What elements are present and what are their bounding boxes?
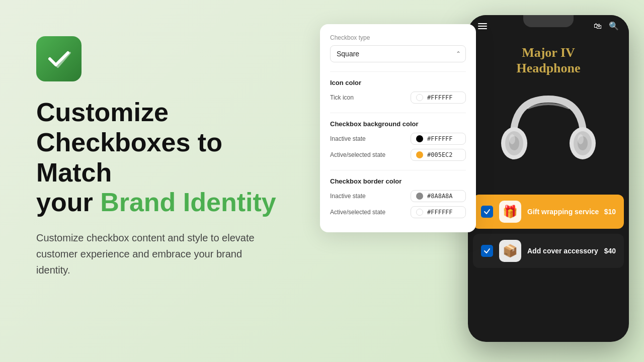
- cover-icon-box: 📦: [499, 240, 521, 262]
- bg-color-group: Checkbox background color Inactive state…: [330, 120, 466, 161]
- headphone-image: [493, 84, 604, 185]
- logo-checkmark-icon: [45, 45, 73, 73]
- phone-mockup: 🛍 🔍 Major IV Headphone: [468, 15, 629, 342]
- icon-color-title: Icon color: [330, 79, 466, 86]
- topbar-icons: 🛍 🔍: [594, 21, 619, 31]
- headline: Customize Checkboxes to Match your Brand…: [36, 98, 298, 218]
- headphone-svg: [493, 84, 604, 185]
- border-active-label: Active/selected state: [330, 209, 385, 216]
- tick-icon-dot: [416, 94, 423, 101]
- addon-gift-card: 🎁 Gift wrapping service $10: [473, 195, 624, 229]
- tick-icon-value: #FFFFFF: [427, 94, 453, 101]
- bg-active-dot: [416, 151, 423, 158]
- bg-inactive-value: #FFFFFF: [427, 135, 453, 142]
- addon-cover-card: 📦 Add cover accessory $40: [473, 234, 624, 268]
- bg-active-row: Active/selected state #005EC2: [330, 149, 466, 161]
- addon-gift-name: Gift wrapping service: [527, 208, 599, 216]
- border-active-row: Active/selected state #FFFFFF: [330, 206, 466, 218]
- border-inactive-value: #8A8A8A: [427, 193, 453, 200]
- checkbox-type-select-wrap: Square Round ⌃: [330, 45, 466, 62]
- bg-active-value: #005EC2: [427, 151, 453, 158]
- checkmark-icon-2: [484, 247, 491, 254]
- tick-icon-row: Tick icon #FFFFFF: [330, 92, 466, 104]
- gift-icon-box: 🎁: [499, 201, 521, 223]
- menu-icon[interactable]: [478, 23, 487, 29]
- addon-cover-price: $40: [604, 247, 616, 255]
- addon-cover-text: Add cover accessory $40: [527, 247, 616, 255]
- left-section: Customize Checkboxes to Match your Brand…: [36, 36, 298, 278]
- settings-panel: Checkbox type Square Round ⌃ Icon color …: [320, 24, 476, 232]
- addon-gift-text: Gift wrapping service $10: [527, 208, 616, 216]
- checkmark-icon: [484, 208, 491, 215]
- border-inactive-row: Inactive state #8A8A8A: [330, 190, 466, 202]
- border-active-value: #FFFFFF: [427, 209, 453, 216]
- border-inactive-label: Inactive state: [330, 193, 366, 200]
- divider-2: [330, 113, 466, 113]
- checkbox-type-select[interactable]: Square Round: [330, 45, 466, 62]
- icon-color-group: Icon color Tick icon #FFFFFF: [330, 79, 466, 104]
- bg-inactive-row: Inactive state #FFFFFF: [330, 133, 466, 145]
- subtext: Customize checkbox content and style to …: [36, 230, 258, 278]
- box-icon: 📦: [503, 244, 518, 258]
- divider-3: [330, 170, 466, 170]
- checkbox-type-label: Checkbox type: [330, 34, 466, 41]
- bag-icon[interactable]: 🛍: [594, 22, 602, 31]
- addon-cover-checkbox[interactable]: [481, 245, 493, 257]
- product-title: Major IV Headphone: [478, 45, 619, 76]
- bg-inactive-dot: [416, 135, 423, 142]
- border-inactive-swatch[interactable]: #8A8A8A: [411, 190, 466, 202]
- border-active-swatch[interactable]: #FFFFFF: [411, 206, 466, 218]
- border-inactive-dot: [416, 193, 423, 200]
- divider-1: [330, 71, 466, 72]
- gift-icon: 🎁: [503, 205, 518, 219]
- addon-gift-checkbox[interactable]: [481, 206, 493, 218]
- tick-icon-label: Tick icon: [330, 94, 354, 101]
- phone-frame: 🛍 🔍 Major IV Headphone: [468, 15, 629, 342]
- svg-point-7: [509, 134, 515, 144]
- border-color-group: Checkbox border color Inactive state #8A…: [330, 177, 466, 218]
- phone-notch: [523, 15, 574, 27]
- checkbox-type-group: Checkbox type Square Round ⌃: [330, 34, 466, 62]
- product-section: Major IV Headphone: [468, 35, 629, 195]
- bg-active-swatch[interactable]: #005EC2: [411, 149, 466, 161]
- tick-icon-swatch[interactable]: #FFFFFF: [411, 92, 466, 104]
- addon-cover-name: Add cover accessory: [527, 247, 598, 255]
- search-icon[interactable]: 🔍: [609, 21, 619, 31]
- bg-active-label: Active/selected state: [330, 151, 385, 158]
- border-color-title: Checkbox border color: [330, 177, 466, 185]
- logo-box: [36, 36, 82, 81]
- bg-inactive-label: Inactive state: [330, 135, 366, 142]
- addon-gift-price: $10: [604, 208, 616, 216]
- bg-inactive-swatch[interactable]: #FFFFFF: [411, 133, 466, 145]
- bg-color-title: Checkbox background color: [330, 120, 466, 128]
- svg-point-8: [578, 134, 584, 144]
- border-active-dot: [416, 209, 423, 216]
